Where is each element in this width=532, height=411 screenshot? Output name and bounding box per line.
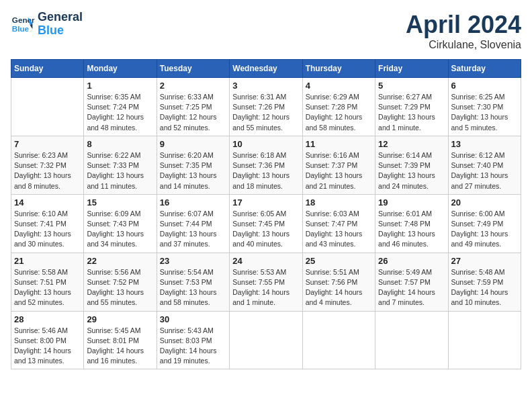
day-number: 14 (14, 197, 81, 208)
day-number: 17 (232, 197, 299, 208)
day-info: Sunrise: 6:31 AM Sunset: 7:26 PM Dayligh… (232, 92, 299, 133)
day-cell: 22Sunrise: 5:56 AM Sunset: 7:52 PM Dayli… (84, 253, 157, 311)
day-info: Sunrise: 6:10 AM Sunset: 7:41 PM Dayligh… (14, 209, 81, 250)
month-title: April 2024 (406, 11, 521, 39)
day-cell: 26Sunrise: 5:49 AM Sunset: 7:57 PM Dayli… (375, 253, 448, 311)
day-info: Sunrise: 5:58 AM Sunset: 7:51 PM Dayligh… (14, 267, 81, 308)
day-info: Sunrise: 5:56 AM Sunset: 7:52 PM Dayligh… (87, 267, 153, 308)
week-row-1: 1Sunrise: 6:35 AM Sunset: 7:24 PM Daylig… (11, 78, 521, 136)
day-cell: 29Sunrise: 5:45 AM Sunset: 8:01 PM Dayli… (84, 311, 157, 369)
week-row-4: 21Sunrise: 5:58 AM Sunset: 7:51 PM Dayli… (11, 253, 521, 311)
day-info: Sunrise: 6:25 AM Sunset: 7:30 PM Dayligh… (451, 92, 518, 133)
logo-text-blue: Blue (38, 24, 83, 38)
day-info: Sunrise: 6:12 AM Sunset: 7:40 PM Dayligh… (451, 150, 518, 191)
day-cell: 28Sunrise: 5:46 AM Sunset: 8:00 PM Dayli… (11, 311, 84, 369)
day-number: 18 (306, 197, 372, 208)
day-cell: 4Sunrise: 6:29 AM Sunset: 7:28 PM Daylig… (302, 78, 375, 136)
day-cell: 11Sunrise: 6:16 AM Sunset: 7:37 PM Dayli… (302, 136, 375, 194)
day-cell: 2Sunrise: 6:33 AM Sunset: 7:25 PM Daylig… (157, 78, 229, 136)
day-number: 30 (160, 314, 226, 324)
day-number: 2 (160, 81, 226, 91)
week-row-3: 14Sunrise: 6:10 AM Sunset: 7:41 PM Dayli… (11, 194, 521, 253)
day-cell: 12Sunrise: 6:14 AM Sunset: 7:39 PM Dayli… (375, 136, 448, 194)
day-info: Sunrise: 6:00 AM Sunset: 7:49 PM Dayligh… (451, 209, 518, 250)
day-info: Sunrise: 6:07 AM Sunset: 7:44 PM Dayligh… (160, 209, 226, 250)
logo: General Blue General Blue (11, 11, 83, 38)
day-info: Sunrise: 5:45 AM Sunset: 8:01 PM Dayligh… (87, 326, 153, 367)
day-cell: 16Sunrise: 6:07 AM Sunset: 7:44 PM Dayli… (157, 194, 229, 253)
day-info: Sunrise: 5:53 AM Sunset: 7:55 PM Dayligh… (232, 267, 299, 308)
day-number: 28 (14, 314, 81, 324)
day-info: Sunrise: 6:22 AM Sunset: 7:33 PM Dayligh… (87, 150, 153, 191)
day-cell (448, 311, 521, 369)
weekday-header-tuesday: Tuesday (157, 60, 229, 78)
weekday-header-saturday: Saturday (448, 60, 521, 78)
day-info: Sunrise: 6:18 AM Sunset: 7:36 PM Dayligh… (232, 150, 299, 191)
day-number: 5 (378, 81, 445, 91)
location-subtitle: Cirkulane, Slovenia (406, 39, 521, 51)
day-number: 25 (306, 256, 372, 266)
day-cell: 21Sunrise: 5:58 AM Sunset: 7:51 PM Dayli… (11, 253, 84, 311)
week-row-2: 7Sunrise: 6:23 AM Sunset: 7:32 PM Daylig… (11, 136, 521, 194)
day-cell: 3Sunrise: 6:31 AM Sunset: 7:26 PM Daylig… (230, 78, 302, 136)
day-cell: 27Sunrise: 5:48 AM Sunset: 7:59 PM Dayli… (448, 253, 521, 311)
weekday-header-thursday: Thursday (302, 60, 375, 78)
day-cell (302, 311, 375, 369)
day-cell: 7Sunrise: 6:23 AM Sunset: 7:32 PM Daylig… (11, 136, 84, 194)
day-number: 3 (232, 81, 299, 91)
day-info: Sunrise: 6:03 AM Sunset: 7:47 PM Dayligh… (306, 209, 372, 250)
day-number: 8 (87, 139, 153, 149)
day-info: Sunrise: 5:48 AM Sunset: 7:59 PM Dayligh… (451, 267, 518, 308)
day-info: Sunrise: 6:33 AM Sunset: 7:25 PM Dayligh… (160, 92, 226, 133)
day-number: 21 (14, 256, 81, 266)
title-area: April 2024 Cirkulane, Slovenia (406, 11, 521, 51)
day-cell: 20Sunrise: 6:00 AM Sunset: 7:49 PM Dayli… (448, 194, 521, 253)
day-info: Sunrise: 6:29 AM Sunset: 7:28 PM Dayligh… (306, 92, 372, 133)
weekday-header-monday: Monday (84, 60, 157, 78)
day-number: 29 (87, 314, 153, 324)
header: General Blue General Blue April 2024 Cir… (11, 11, 521, 51)
day-cell: 14Sunrise: 6:10 AM Sunset: 7:41 PM Dayli… (11, 194, 84, 253)
weekday-header-row: SundayMondayTuesdayWednesdayThursdayFrid… (11, 60, 521, 78)
day-info: Sunrise: 6:23 AM Sunset: 7:32 PM Dayligh… (14, 150, 81, 191)
day-info: Sunrise: 6:09 AM Sunset: 7:43 PM Dayligh… (87, 209, 153, 250)
day-cell: 25Sunrise: 5:51 AM Sunset: 7:56 PM Dayli… (302, 253, 375, 311)
day-info: Sunrise: 6:01 AM Sunset: 7:48 PM Dayligh… (378, 209, 445, 250)
day-number: 23 (160, 256, 226, 266)
day-info: Sunrise: 6:35 AM Sunset: 7:24 PM Dayligh… (87, 92, 153, 133)
day-number: 19 (378, 197, 445, 208)
weekday-header-sunday: Sunday (11, 60, 84, 78)
day-info: Sunrise: 6:14 AM Sunset: 7:39 PM Dayligh… (378, 150, 445, 191)
week-row-5: 28Sunrise: 5:46 AM Sunset: 8:00 PM Dayli… (11, 311, 521, 369)
logo-text-general: General (38, 11, 83, 24)
weekday-header-wednesday: Wednesday (230, 60, 302, 78)
day-number: 16 (160, 197, 226, 208)
calendar-table: SundayMondayTuesdayWednesdayThursdayFrid… (11, 59, 521, 369)
day-info: Sunrise: 6:16 AM Sunset: 7:37 PM Dayligh… (306, 150, 372, 191)
day-number: 26 (378, 256, 445, 266)
day-cell (375, 311, 448, 369)
day-number: 6 (451, 81, 518, 91)
day-number: 27 (451, 256, 518, 266)
day-number: 11 (306, 139, 372, 149)
day-cell: 17Sunrise: 6:05 AM Sunset: 7:45 PM Dayli… (230, 194, 302, 253)
day-number: 12 (378, 139, 445, 149)
day-cell: 10Sunrise: 6:18 AM Sunset: 7:36 PM Dayli… (230, 136, 302, 194)
day-cell: 8Sunrise: 6:22 AM Sunset: 7:33 PM Daylig… (84, 136, 157, 194)
svg-text:Blue: Blue (12, 24, 30, 33)
day-number: 24 (232, 256, 299, 266)
day-number: 10 (232, 139, 299, 149)
day-number: 13 (451, 139, 518, 149)
day-number: 9 (160, 139, 226, 149)
day-number: 20 (451, 197, 518, 208)
day-cell: 1Sunrise: 6:35 AM Sunset: 7:24 PM Daylig… (84, 78, 157, 136)
day-cell: 18Sunrise: 6:03 AM Sunset: 7:47 PM Dayli… (302, 194, 375, 253)
day-info: Sunrise: 6:27 AM Sunset: 7:29 PM Dayligh… (378, 92, 445, 133)
day-number: 15 (87, 197, 153, 208)
day-number: 1 (87, 81, 153, 91)
day-info: Sunrise: 5:49 AM Sunset: 7:57 PM Dayligh… (378, 267, 445, 308)
logo-icon: General Blue (11, 12, 35, 36)
day-cell (11, 78, 84, 136)
calendar-body: 1Sunrise: 6:35 AM Sunset: 7:24 PM Daylig… (11, 78, 521, 369)
day-cell: 9Sunrise: 6:20 AM Sunset: 7:35 PM Daylig… (157, 136, 229, 194)
